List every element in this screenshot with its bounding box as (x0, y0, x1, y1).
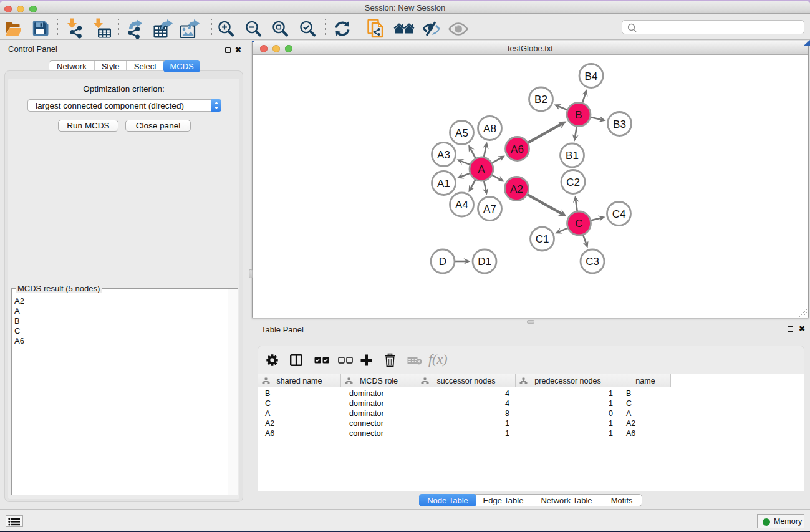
svg-text:C4: C4 (612, 208, 626, 220)
svg-text:A: A (478, 163, 485, 175)
svg-text:B3: B3 (613, 118, 626, 130)
svg-text:A8: A8 (483, 123, 496, 135)
svg-text:A5: A5 (455, 127, 468, 139)
svg-text:B2: B2 (534, 94, 547, 105)
svg-text:B4: B4 (585, 70, 598, 82)
svg-text:A2: A2 (510, 183, 523, 195)
svg-text:A1: A1 (437, 178, 450, 190)
svg-text:C3: C3 (586, 256, 599, 268)
svg-text:D1: D1 (478, 256, 491, 268)
svg-text:C: C (575, 218, 582, 230)
svg-text:A6: A6 (511, 143, 524, 155)
svg-text:C1: C1 (536, 233, 549, 245)
svg-text:A4: A4 (455, 199, 468, 211)
svg-text:A7: A7 (483, 203, 496, 215)
svg-text:B1: B1 (566, 150, 579, 162)
svg-text:C2: C2 (566, 177, 580, 188)
svg-text:B: B (575, 109, 582, 121)
svg-text:A3: A3 (437, 149, 450, 161)
svg-text:D: D (439, 256, 446, 268)
